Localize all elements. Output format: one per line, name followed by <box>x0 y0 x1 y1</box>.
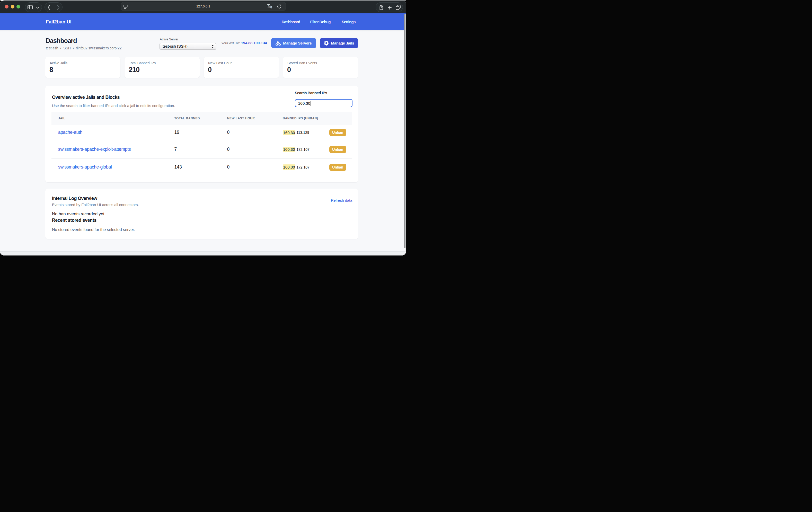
svg-text:A: A <box>268 5 269 7</box>
svg-text:文: 文 <box>270 6 272 8</box>
